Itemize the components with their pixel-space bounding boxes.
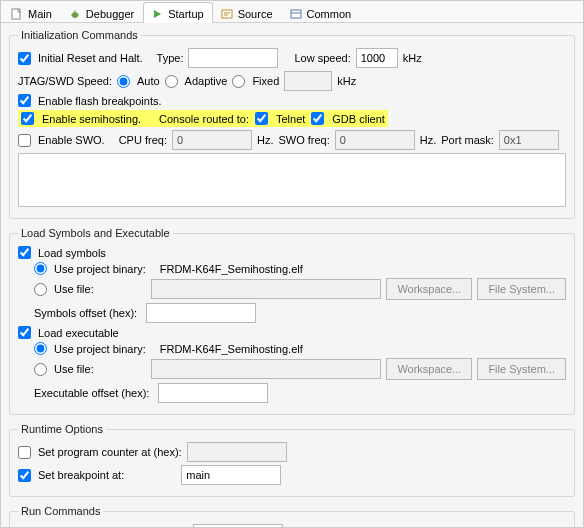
sym-projbin-label: Use project binary: [54, 263, 146, 275]
load-group: Load Symbols and Executable Load symbols… [9, 227, 575, 415]
tab-label: Startup [168, 8, 203, 20]
low-speed-label: Low speed: [294, 52, 350, 64]
exe-file-label: Use file: [54, 363, 94, 375]
file-icon [10, 7, 24, 21]
jtag-adaptive-radio[interactable] [165, 75, 178, 88]
sym-projbin-radio[interactable] [34, 262, 47, 275]
sym-workspace-button: Workspace... [386, 278, 472, 300]
hz-label-2: Hz. [420, 134, 437, 146]
set-pc-input [187, 442, 287, 462]
init-commands-textarea[interactable] [18, 153, 566, 207]
set-bp-input[interactable] [181, 465, 281, 485]
play-icon [150, 7, 164, 21]
tab-startup[interactable]: Startup [143, 2, 212, 23]
enable-flash-checkbox[interactable] [18, 94, 31, 107]
exe-file-input [151, 359, 382, 379]
set-bp-label: Set breakpoint at: [38, 469, 124, 481]
source-icon [220, 7, 234, 21]
telnet-checkbox[interactable] [255, 112, 268, 125]
enable-semihosting-checkbox[interactable] [21, 112, 34, 125]
khz-label: kHz [403, 52, 422, 64]
svg-marker-5 [154, 10, 161, 18]
load-exec-checkbox[interactable] [18, 326, 31, 339]
tab-label: Source [238, 8, 273, 20]
set-bp-checkbox[interactable] [18, 469, 31, 482]
load-symbols-label: Load symbols [38, 247, 106, 259]
exe-file-radio[interactable] [34, 363, 47, 376]
enable-semihosting-label: Enable semihosting. [42, 113, 141, 125]
gdbclient-checkbox[interactable] [311, 112, 324, 125]
init-group: Initialization Commands Initial Reset an… [9, 29, 575, 219]
swo-freq-label: SWO freq: [278, 134, 329, 146]
jtag-fixed-input [284, 71, 332, 91]
jtag-auto-radio[interactable] [117, 75, 130, 88]
run-group: Run Commands Pre-run reset and halt. Typ… [9, 505, 575, 527]
jtag-speed-label: JTAG/SWD Speed: [18, 75, 112, 87]
type-label: Type: [157, 52, 184, 64]
load-exec-label: Load executable [38, 327, 119, 339]
tab-bar: Main Debugger Startup Source Common [1, 1, 583, 23]
tab-common[interactable]: Common [282, 2, 361, 23]
jtag-auto-label: Auto [137, 75, 160, 87]
exe-projbin-label: Use project binary: [54, 343, 146, 355]
jtag-adaptive-label: Adaptive [185, 75, 228, 87]
tab-label: Main [28, 8, 52, 20]
bug-icon [68, 7, 82, 21]
exe-filesystem-button: File System... [477, 358, 566, 380]
runtime-legend: Runtime Options [18, 423, 106, 435]
enable-swo-label: Enable SWO. [38, 134, 105, 146]
run-legend: Run Commands [18, 505, 103, 517]
jtag-fixed-label: Fixed [252, 75, 279, 87]
sym-file-input [151, 279, 382, 299]
exe-offset-label: Executable offset (hex): [34, 387, 149, 399]
set-pc-checkbox[interactable] [18, 446, 31, 459]
cpu-freq-label: CPU freq: [119, 134, 167, 146]
svg-rect-0 [12, 9, 20, 19]
sym-file-label: Use file: [54, 283, 94, 295]
svg-rect-9 [291, 10, 301, 18]
initial-reset-checkbox[interactable] [18, 52, 31, 65]
load-legend: Load Symbols and Executable [18, 227, 173, 239]
low-speed-input[interactable] [356, 48, 398, 68]
khz-label-2: kHz [337, 75, 356, 87]
initial-reset-label: Initial Reset and Halt. [38, 52, 143, 64]
load-symbols-checkbox[interactable] [18, 246, 31, 259]
hz-label-1: Hz. [257, 134, 274, 146]
tab-main[interactable]: Main [3, 2, 61, 23]
console-routed-label: Console routed to: [159, 113, 249, 125]
semihosting-highlight: Enable semihosting. Console routed to: T… [18, 110, 388, 127]
sym-offset-label: Symbols offset (hex): [34, 307, 137, 319]
svg-rect-6 [222, 10, 232, 18]
sym-offset-input[interactable] [146, 303, 256, 323]
port-mask-input [499, 130, 559, 150]
cpu-freq-input [172, 130, 252, 150]
tab-label: Debugger [86, 8, 134, 20]
common-icon [289, 7, 303, 21]
init-legend: Initialization Commands [18, 29, 141, 41]
exe-workspace-button: Workspace... [386, 358, 472, 380]
telnet-label: Telnet [276, 113, 305, 125]
enable-flash-label: Enable flash breakpoints. [38, 95, 162, 107]
swo-freq-input [335, 130, 415, 150]
tab-debugger[interactable]: Debugger [61, 2, 143, 23]
prerun-type-input[interactable] [193, 524, 283, 527]
tab-source[interactable]: Source [213, 2, 282, 23]
tab-label: Common [307, 8, 352, 20]
sym-file-radio[interactable] [34, 283, 47, 296]
reset-type-input[interactable] [188, 48, 278, 68]
gdbclient-label: GDB client [332, 113, 385, 125]
jtag-fixed-radio[interactable] [232, 75, 245, 88]
port-mask-label: Port mask: [441, 134, 494, 146]
set-pc-label: Set program counter at (hex): [38, 446, 182, 458]
runtime-group: Runtime Options Set program counter at (… [9, 423, 575, 497]
sym-projbin-value: FRDM-K64F_Semihosting.elf [160, 263, 303, 275]
exe-projbin-value: FRDM-K64F_Semihosting.elf [160, 343, 303, 355]
exe-offset-input[interactable] [158, 383, 268, 403]
enable-swo-checkbox[interactable] [18, 134, 31, 147]
exe-projbin-radio[interactable] [34, 342, 47, 355]
sym-filesystem-button: File System... [477, 278, 566, 300]
